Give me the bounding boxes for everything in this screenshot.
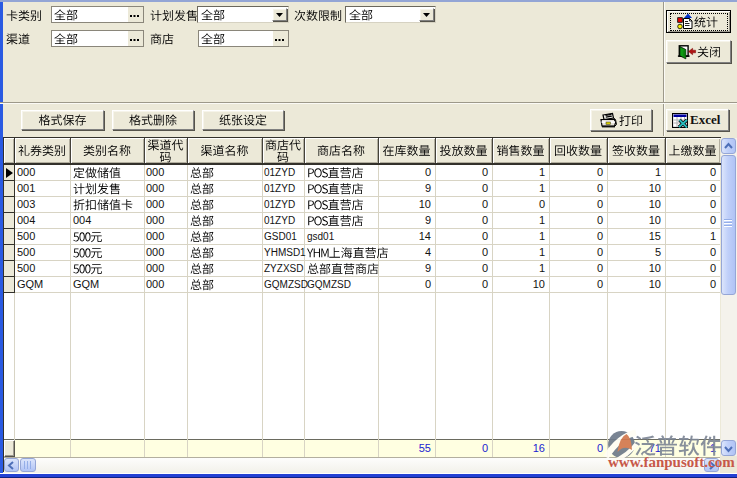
svg-text:www.fanpusoft.com: www.fanpusoft.com bbox=[608, 454, 735, 470]
